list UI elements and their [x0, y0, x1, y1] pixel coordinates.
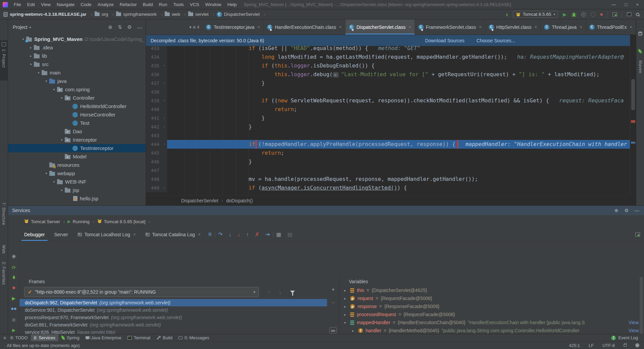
fold-marker-icon[interactable] [161, 88, 167, 96]
line-number[interactable]: 441 [146, 114, 161, 122]
line-number[interactable]: 435 [146, 61, 161, 70]
variable-row[interactable]: ▸ request = {RequestFacade@5008} [339, 294, 644, 302]
line-number[interactable]: 444 [146, 140, 161, 149]
fold-marker-icon[interactable]: ▿ [161, 96, 167, 105]
variable-row[interactable]: ▸ response = {ResponseFacade@5009} [339, 302, 644, 310]
tree-item[interactable]: ▾ WEB-INF [8, 178, 146, 186]
add-watch-icon[interactable]: + [327, 286, 339, 293]
show-watches-icon[interactable]: oo [329, 327, 337, 334]
fold-marker-icon[interactable] [161, 46, 167, 53]
tree-item[interactable]: ▾ webapp [8, 169, 146, 178]
menu-item[interactable]: Run [156, 2, 170, 7]
code-line[interactable]: 435 ▿ if (this.logger.isDebugEnabled()) … [146, 61, 630, 70]
stop-icon[interactable]: ■ [8, 285, 19, 290]
variable-row[interactable]: ▸ processedRequest = {RequestFacade@5008… [339, 310, 644, 318]
menu-item[interactable]: Navigate [54, 2, 77, 7]
hide-library-frames-icon[interactable] [290, 291, 295, 293]
minimize-button[interactable]: — [612, 2, 616, 7]
line-number[interactable]: 447 [146, 166, 161, 175]
stack-frame[interactable]: doDispatch:962, DispatcherServlet (org.s… [19, 299, 327, 306]
drop-frame-icon[interactable]: ✗ [255, 231, 259, 238]
execution-stripe-mark[interactable] [631, 142, 635, 144]
step-over-icon[interactable]: ↷ [218, 231, 222, 238]
close-tab-icon[interactable]: × [479, 24, 482, 30]
tree-item[interactable]: ▾ main [8, 68, 146, 77]
code-line[interactable]: 442 ▵ } [146, 122, 630, 131]
force-step-into-icon[interactable]: ↓ [237, 232, 240, 238]
tree-item[interactable]: ▸ .idea [8, 43, 146, 52]
toolwindow-button[interactable]: Build [153, 334, 175, 341]
service-breadcrumb[interactable]: Tomcat Server › [24, 219, 66, 225]
code-line[interactable]: 445 return; [146, 149, 630, 157]
toolwindow-button[interactable]: Terminal [124, 334, 153, 341]
download-sources-link[interactable]: Download Sources [425, 38, 465, 43]
debugger-tab[interactable]: Debugger [19, 228, 50, 241]
close-tab-icon[interactable]: × [258, 24, 260, 30]
previous-frame-icon[interactable]: ↑ [268, 289, 270, 295]
locate-file-icon[interactable]: ⊕ [108, 24, 112, 30]
breadcrumb[interactable]: web › [165, 12, 188, 17]
fold-marker-icon[interactable] [161, 70, 167, 79]
tree-item[interactable]: TestInterceptor [8, 144, 146, 152]
tree-expand-arrow[interactable]: ▾ [59, 188, 65, 192]
gear-icon[interactable]: ⚙ [127, 24, 132, 30]
debug-button[interactable] [571, 12, 577, 17]
service-breadcrumb[interactable]: ▶ Running › [68, 219, 96, 224]
tree-expand-arrow[interactable]: ▸ [28, 54, 34, 58]
line-number[interactable]: 438 [146, 88, 161, 96]
menu-item[interactable]: Window [202, 2, 224, 7]
tree-item[interactable]: HorseController [8, 110, 146, 119]
line-number[interactable]: 443 [146, 131, 161, 140]
fold-marker-icon[interactable] [161, 175, 167, 184]
locate-icon[interactable]: ⊕ [614, 208, 619, 213]
fold-marker-icon[interactable]: ▵ [161, 114, 167, 122]
code-line[interactable]: 449 ▿ if (asyncManager.isConcurrentHandl… [146, 184, 630, 192]
close-tab-icon[interactable]: × [339, 24, 342, 30]
code-line[interactable]: 444 ▿ if (!mappedHandler.applyPreHandle(… [146, 140, 630, 149]
step-into-icon[interactable]: ↓ [229, 232, 231, 238]
hide-panel-icon[interactable]: — [635, 208, 639, 213]
tree-item[interactable]: HelloWorldController [8, 102, 146, 110]
line-number[interactable]: 449 [146, 184, 161, 192]
breadcrumb-method[interactable]: doDispatch() [226, 198, 253, 203]
breadcrumb[interactable]: C DispatcherServlet › [217, 12, 268, 17]
line-separator[interactable]: LF [589, 343, 594, 348]
error-stripe-mark[interactable] [631, 120, 635, 123]
stop-button[interactable]: ■ [600, 12, 603, 17]
toolwindow-button[interactable]: Java Enterprise [83, 334, 124, 341]
menu-item[interactable]: View [38, 2, 54, 7]
debugger-tab[interactable]: Tomcat Localhost Log × [73, 228, 141, 241]
menu-item[interactable]: Refactor [117, 2, 140, 7]
debug-icon[interactable] [8, 275, 19, 280]
code-line[interactable]: 433 if (isGet || "HEAD".equals(method)) … [146, 46, 630, 53]
fold-marker-icon[interactable] [161, 131, 167, 140]
line-number[interactable]: 445 [146, 149, 161, 157]
tree-expand-arrow[interactable]: ▾ [51, 180, 57, 184]
tree-item[interactable]: ▾ Spring_MVC_Maven D:\code\JavaCode\Spri… [8, 35, 146, 43]
line-number[interactable]: 436 [146, 70, 161, 79]
debugger-tab[interactable]: Server [50, 228, 73, 241]
ant-toolwindow-icon[interactable] [638, 49, 642, 54]
variable-expand-arrow[interactable]: ▸ [344, 305, 350, 308]
code-line[interactable]: 443 [146, 131, 630, 140]
search-everywhere-icon[interactable] [636, 13, 639, 16]
code-line[interactable]: 447 [146, 166, 630, 175]
run-to-line-icon[interactable]: ▶ [8, 328, 19, 333]
run-anything-icon[interactable] [627, 12, 631, 16]
editor-tab[interactable]: C Thread.java × [541, 19, 586, 35]
toolwindow-button-project[interactable]: 1: Project [0, 40, 8, 81]
tree-item[interactable]: Dao [8, 127, 146, 136]
hamburger-icon[interactable]: ≡ [3, 335, 6, 341]
breadcrumb[interactable]: org › [95, 12, 116, 17]
rerun-icon[interactable]: ⟳ [8, 265, 19, 270]
code-line[interactable]: 441 ▵ } [146, 114, 630, 122]
tree-item[interactable]: Model [8, 152, 146, 161]
fold-marker-icon[interactable] [161, 105, 167, 114]
tree-expand-arrow[interactable]: ▾ [36, 71, 42, 74]
variable-row[interactable]: ▸ this = {DispatcherServlet@4625} [339, 286, 644, 294]
close-tab-icon[interactable]: × [580, 24, 582, 30]
file-encoding[interactable]: UTF-8 [602, 343, 615, 348]
readonly-lock-icon[interactable] [624, 344, 627, 347]
toolwindow-button[interactable]: 8: Services [31, 334, 58, 341]
toolwindow-button-structure[interactable]: 7: Structure [1, 202, 6, 225]
